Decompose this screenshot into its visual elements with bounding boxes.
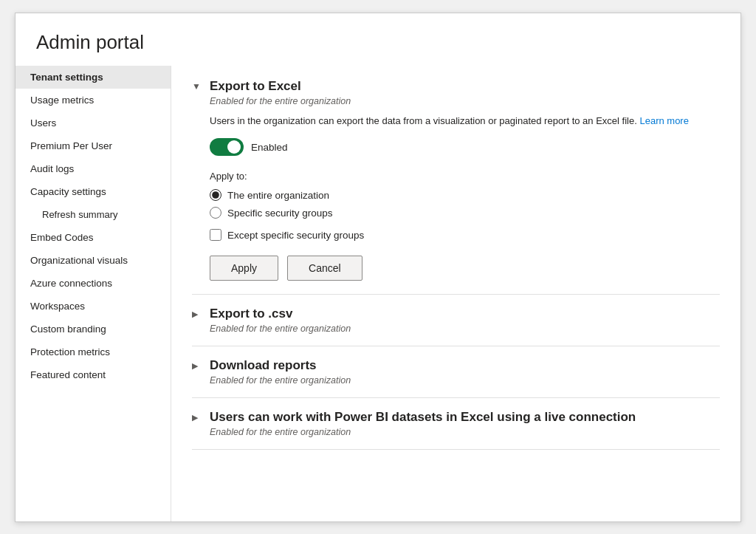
except-groups-checkbox-item[interactable]: Except specific security groups — [210, 229, 720, 241]
apply-to-label: Apply to: — [210, 171, 720, 182]
radio-entire-org-label[interactable]: The entire organization — [227, 190, 329, 201]
export-csv-subtitle: Enabled for the entire organization — [210, 324, 351, 334]
radio-specific-groups[interactable]: Specific security groups — [210, 207, 720, 219]
admin-portal-window: Admin portal Tenant settings Usage metri… — [15, 13, 741, 522]
apply-to-radio-group: The entire organization Specific securit… — [210, 189, 720, 219]
toggle-track — [210, 138, 244, 156]
chevron-right-icon-2: ▶ — [192, 361, 204, 371]
radio-specific-groups-input[interactable] — [210, 207, 221, 219]
chevron-right-icon: ▶ — [192, 309, 204, 319]
sidebar-item-refresh-summary[interactable]: Refresh summary — [16, 203, 171, 226]
sidebar-item-protection-metrics[interactable]: Protection metrics — [16, 340, 171, 363]
sidebar-item-azure-connections[interactable]: Azure connections — [16, 272, 171, 295]
export-excel-title: Export to Excel — [210, 79, 301, 94]
sidebar-item-audit-logs[interactable]: Audit logs — [16, 157, 171, 180]
export-excel-subtitle: Enabled for the entire organization — [210, 96, 720, 106]
download-reports-header[interactable]: ▶ Download reports Enabled for the entir… — [192, 358, 720, 386]
power-bi-excel-title: Users can work with Power BI datasets in… — [210, 410, 636, 425]
export-excel-header[interactable]: ▼ Export to Excel — [192, 79, 720, 94]
toggle-label: Enabled — [251, 142, 288, 153]
sidebar-item-embed-codes[interactable]: Embed Codes — [16, 226, 171, 249]
export-csv-section: ▶ Export to .csv Enabled for the entire … — [192, 295, 720, 346]
export-csv-title: Export to .csv — [210, 307, 351, 321]
sidebar: Tenant settings Usage metrics Users Prem… — [16, 66, 171, 521]
export-excel-description: Users in the organization can export the… — [210, 114, 712, 129]
cancel-button[interactable]: Cancel — [287, 256, 362, 281]
power-bi-excel-info: Users can work with Power BI datasets in… — [210, 410, 636, 437]
sidebar-item-usage-metrics[interactable]: Usage metrics — [16, 89, 171, 112]
export-excel-body: Users in the organization can export the… — [210, 114, 720, 281]
learn-more-link[interactable]: Learn more — [639, 115, 688, 126]
sidebar-item-workspaces[interactable]: Workspaces — [16, 295, 171, 318]
main-content: ▼ Export to Excel Enabled for the entire… — [171, 66, 740, 521]
power-bi-excel-section: ▶ Users can work with Power BI datasets … — [192, 398, 720, 450]
chevron-down-icon: ▼ — [192, 81, 204, 92]
toggle-row: Enabled — [210, 138, 720, 156]
enabled-toggle[interactable] — [210, 138, 244, 156]
export-excel-section: ▼ Export to Excel Enabled for the entire… — [192, 66, 720, 295]
content-area: Tenant settings Usage metrics Users Prem… — [16, 66, 740, 521]
except-groups-label[interactable]: Except specific security groups — [227, 230, 364, 241]
chevron-right-icon-3: ▶ — [192, 413, 204, 422]
apply-button[interactable]: Apply — [210, 256, 278, 281]
sidebar-item-users[interactable]: Users — [16, 112, 171, 134]
sidebar-item-capacity-settings[interactable]: Capacity settings — [16, 180, 171, 203]
export-csv-info: Export to .csv Enabled for the entire or… — [210, 307, 351, 334]
sidebar-item-organizational-visuals[interactable]: Organizational visuals — [16, 249, 171, 272]
power-bi-excel-subtitle: Enabled for the entire organization — [210, 427, 636, 437]
sidebar-item-featured-content[interactable]: Featured content — [16, 363, 171, 386]
download-reports-info: Download reports Enabled for the entire … — [210, 358, 351, 386]
download-reports-subtitle: Enabled for the entire organization — [210, 375, 351, 386]
except-groups-checkbox[interactable] — [210, 229, 221, 241]
sidebar-item-tenant-settings[interactable]: Tenant settings — [16, 66, 171, 89]
radio-entire-org-input[interactable] — [210, 189, 221, 201]
page-title: Admin portal — [16, 13, 740, 66]
radio-entire-org[interactable]: The entire organization — [210, 189, 720, 201]
toggle-thumb — [227, 140, 241, 154]
button-row: Apply Cancel — [210, 256, 720, 281]
sidebar-item-custom-branding[interactable]: Custom branding — [16, 318, 171, 340]
sidebar-item-premium-per-user[interactable]: Premium Per User — [16, 134, 171, 157]
download-reports-section: ▶ Download reports Enabled for the entir… — [192, 346, 720, 398]
radio-specific-groups-label[interactable]: Specific security groups — [227, 208, 333, 219]
power-bi-excel-header[interactable]: ▶ Users can work with Power BI datasets … — [192, 410, 720, 437]
export-csv-header[interactable]: ▶ Export to .csv Enabled for the entire … — [192, 307, 720, 334]
download-reports-title: Download reports — [210, 358, 351, 373]
